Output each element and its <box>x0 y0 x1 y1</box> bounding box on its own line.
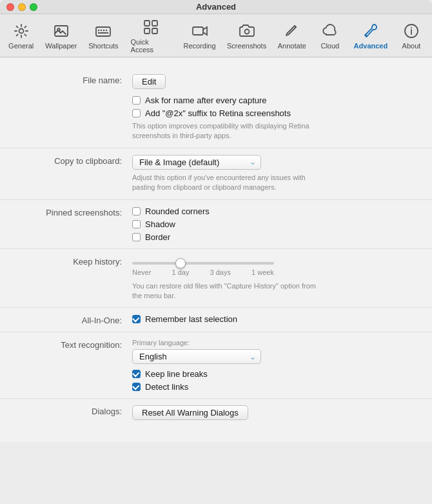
history-controls: Never 1 day 3 days 1 week You can restor… <box>132 256 413 301</box>
filename-controls: Edit Ask for name after every capture Ad… <box>132 74 413 141</box>
dialogs-section: Dialogs: Reset All Warning Dialogs <box>0 399 432 427</box>
svg-point-0 <box>19 29 23 34</box>
slider-label-1week: 1 week <box>251 268 274 276</box>
remember-selection-row: Remember last selection <box>132 314 413 324</box>
slider-label-never: Never <box>132 268 151 276</box>
border-row: Border <box>132 232 413 242</box>
svg-rect-11 <box>144 21 150 26</box>
history-slider-labels: Never 1 day 3 days 1 week <box>132 268 274 276</box>
toolbar-item-annotate[interactable]: Annotate <box>272 14 312 57</box>
retina-suffix-checkbox[interactable] <box>132 109 141 117</box>
retina-suffix-row: Add "@2x" suffix to Retina screenshots <box>132 108 413 118</box>
shadow-row: Shadow <box>132 219 413 229</box>
toolbar-about-label: About <box>402 42 421 50</box>
filename-label: File name: <box>19 74 132 141</box>
border-label: Border <box>145 232 170 242</box>
svg-rect-13 <box>144 28 150 34</box>
close-button[interactable] <box>6 3 14 11</box>
slider-label-3days: 3 days <box>210 268 231 276</box>
toolbar-advanced-label: Advanced <box>354 42 388 50</box>
text-recognition-controls: Primary language: English Spanish French… <box>132 339 413 392</box>
rounded-corners-checkbox[interactable] <box>132 207 141 216</box>
language-select[interactable]: English Spanish French German Chinese Ja… <box>132 349 261 364</box>
keep-line-breaks-checkbox[interactable] <box>132 370 141 378</box>
edit-button[interactable]: Edit <box>132 74 166 89</box>
wrench-icon <box>362 22 380 40</box>
pinned-section: Pinned screenshots: Rounded corners Shad… <box>0 200 432 249</box>
wallpaper-icon <box>52 22 70 40</box>
toolbar-quick-access-label: Quick Access <box>131 38 172 54</box>
pencil-icon <box>283 22 301 40</box>
window-title: Advanced <box>196 2 236 12</box>
slider-label-1day: 1 day <box>172 268 189 276</box>
toolbar-shortcuts-label: Shortcuts <box>88 42 118 50</box>
toolbar-recording-label: Recording <box>183 42 215 50</box>
text-recognition-label: Text recognition: <box>19 339 132 392</box>
rounded-corners-label: Rounded corners <box>145 207 210 216</box>
titlebar: Advanced <box>0 0 432 14</box>
toolbar-screenshots-label: Screenshots <box>227 42 266 50</box>
toolbar-cloud-label: Cloud <box>320 42 339 50</box>
text-recognition-section: Text recognition: Primary language: Engl… <box>0 332 432 399</box>
camera-icon <box>238 22 256 40</box>
primary-language-label: Primary language: <box>132 339 413 347</box>
toolbar-item-recording[interactable]: Recording <box>178 14 222 57</box>
keep-line-breaks-label: Keep line breaks <box>145 369 208 379</box>
maximize-button[interactable] <box>30 3 37 11</box>
detect-links-label: Detect links <box>145 382 188 392</box>
remember-selection-label: Remember last selection <box>145 314 237 324</box>
toolbar-item-screenshots[interactable]: Screenshots <box>221 14 271 57</box>
svg-rect-14 <box>152 28 157 34</box>
toolbar-item-about[interactable]: About <box>393 14 429 57</box>
detect-links-checkbox[interactable] <box>132 383 141 391</box>
toolbar-item-general[interactable]: General <box>3 14 39 57</box>
toolbar-item-quick-access[interactable]: Quick Access <box>124 14 178 57</box>
clipboard-controls: File & Image (default) File only Image o… <box>132 155 413 193</box>
minimize-button[interactable] <box>18 3 26 11</box>
allinone-label: All-In-One: <box>19 314 132 325</box>
history-hint: You can restore old files with "Capture … <box>132 281 326 301</box>
video-icon <box>191 22 209 40</box>
shadow-label: Shadow <box>145 219 175 229</box>
shadow-checkbox[interactable] <box>132 220 141 228</box>
svg-rect-3 <box>96 27 110 36</box>
keep-line-breaks-row: Keep line breaks <box>132 369 413 379</box>
svg-rect-15 <box>193 27 203 35</box>
keyboard-icon <box>94 22 112 40</box>
ask-name-checkbox[interactable] <box>132 96 141 105</box>
clipboard-select[interactable]: File & Image (default) File only Image o… <box>132 155 261 170</box>
cloud-icon <box>321 22 339 40</box>
retina-suffix-label: Add "@2x" suffix to Retina screenshots <box>145 108 291 118</box>
history-slider[interactable] <box>132 262 274 265</box>
svg-point-16 <box>244 30 249 34</box>
clipboard-hint: Adjust this option if you've encountered… <box>132 173 326 193</box>
toolbar-item-cloud[interactable]: Cloud <box>312 14 348 57</box>
quick-access-icon <box>142 18 160 36</box>
ask-name-row: Ask for name after every capture <box>132 96 413 105</box>
history-label: Keep history: <box>19 256 132 301</box>
settings-content: File name: Edit Ask for name after every… <box>0 57 432 442</box>
pinned-controls: Rounded corners Shadow Border <box>132 207 413 242</box>
toolbar-annotate-label: Annotate <box>278 42 306 50</box>
toolbar-item-shortcuts[interactable]: Shortcuts <box>83 14 124 57</box>
clipboard-section: Copy to clipboard: File & Image (default… <box>0 148 432 200</box>
language-select-wrap: English Spanish French German Chinese Ja… <box>132 349 261 364</box>
border-checkbox[interactable] <box>132 233 141 241</box>
reset-warnings-button[interactable]: Reset All Warning Dialogs <box>132 405 248 420</box>
window-controls <box>6 3 37 11</box>
rounded-corners-row: Rounded corners <box>132 207 413 216</box>
filename-section: File name: Edit Ask for name after every… <box>0 68 432 148</box>
svg-point-19 <box>411 27 412 28</box>
allinone-controls: Remember last selection <box>132 314 413 325</box>
detect-links-row: Detect links <box>132 382 413 392</box>
remember-selection-checkbox[interactable] <box>132 315 141 323</box>
info-icon <box>402 22 420 40</box>
toolbar-item-wallpaper[interactable]: Wallpaper <box>39 14 83 57</box>
toolbar-general-label: General <box>8 42 34 50</box>
history-section: Keep history: Never 1 day 3 days 1 week … <box>0 249 432 308</box>
toolbar-item-advanced[interactable]: Advanced <box>348 14 393 57</box>
ask-name-label: Ask for name after every capture <box>145 96 267 105</box>
allinone-section: All-In-One: Remember last selection <box>0 308 432 332</box>
retina-hint: This option improves compatibility with … <box>132 121 326 141</box>
toolbar: General Wallpaper Shortcuts <box>0 14 432 57</box>
